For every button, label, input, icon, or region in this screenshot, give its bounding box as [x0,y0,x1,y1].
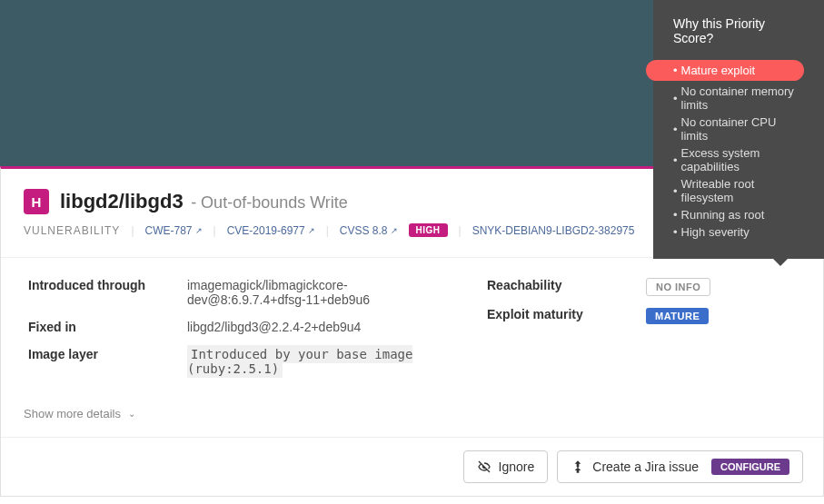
introduced-label: Introduced through [28,278,187,307]
tooltip-item: •No container CPU limits [673,115,804,143]
chevron-down-icon: ⌄ [128,409,135,419]
card-footer: Ignore Create a Jira issue CONFIGURE [1,437,823,496]
dark-banner: Why this Priority Score? •Mature exploit… [0,0,824,166]
tooltip-item: •Excess system capabilities [673,146,804,173]
create-jira-button[interactable]: Create a Jira issue CONFIGURE [557,450,803,483]
meta-row: VULNERABILITY | CWE-787↗ | CVE-2019-6977… [24,223,634,237]
tooltip-item: •No container memory limits [673,84,804,112]
vuln-subtitle: - Out-of-bounds Write [191,193,348,212]
external-icon: ↗ [308,226,315,235]
tooltip-item: •High severity [673,225,804,239]
configure-badge[interactable]: CONFIGURE [711,459,789,475]
exploit-label: Exploit maturity [487,307,646,323]
tooltip-item: •Running as root [673,208,804,222]
external-icon: ↗ [391,226,398,235]
external-icon: ↗ [195,226,203,235]
jira-icon [571,460,585,474]
eye-off-icon [477,460,491,474]
tooltip-title: Why this Priority Score? [673,16,804,45]
reachability-badge: NO INFO [646,278,710,296]
show-more-toggle[interactable]: Show more details ⌄ [24,407,800,420]
tooltip-item-highlight: •Mature exploit [646,60,804,81]
vuln-title: libgd2/libgd3 [60,190,184,212]
snyk-id-link[interactable]: SNYK-DEBIAN9-LIBGD2-382975 [472,224,635,237]
priority-tooltip: Why this Priority Score? •Mature exploit… [653,0,824,259]
vuln-label: VULNERABILITY [24,224,120,237]
ignore-button[interactable]: Ignore [463,450,549,483]
fixed-value: libgd2/libgd3@2.2.4-2+deb9u4 [187,320,442,334]
cvss-link[interactable]: CVSS 8.8↗ [340,224,398,237]
fixed-label: Fixed in [28,320,187,334]
cve-link[interactable]: CVE-2019-6977↗ [227,224,315,237]
layer-label: Image layer [28,347,187,376]
severity-badge: H [24,189,49,214]
exploit-badge: MATURE [646,308,709,324]
cwe-link[interactable]: CWE-787↗ [145,224,203,237]
tooltip-item: •Writeable root filesystem [673,177,804,204]
layer-value: Introduced by your base image (ruby:2.5.… [187,345,412,378]
reachability-label: Reachability [487,278,646,294]
introduced-value: imagemagick/libmagickcore-dev@8:6.9.7.4+… [187,278,442,307]
high-badge: HIGH [409,223,448,237]
